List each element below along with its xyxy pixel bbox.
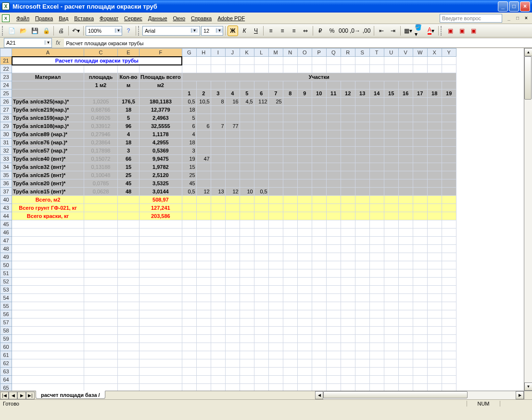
cell[interactable]	[196, 343, 211, 351]
section-cell[interactable]: 25	[268, 98, 283, 106]
section-cell[interactable]	[413, 130, 427, 139]
section-cell[interactable]: 5	[182, 114, 196, 122]
area-cell[interactable]: 0,23864	[84, 139, 118, 147]
cell[interactable]	[268, 368, 283, 376]
cell[interactable]	[442, 253, 456, 261]
cell[interactable]	[384, 343, 398, 351]
cell[interactable]	[12, 351, 84, 359]
cell[interactable]	[196, 253, 211, 261]
cell[interactable]	[254, 302, 268, 310]
row-header-60[interactable]: 60	[0, 343, 12, 351]
cell[interactable]	[427, 237, 442, 245]
cell[interactable]	[84, 204, 118, 212]
col-header-N[interactable]: N	[283, 49, 297, 57]
section-cell[interactable]	[196, 106, 211, 114]
cell[interactable]	[211, 65, 225, 73]
section-cell[interactable]	[225, 179, 240, 188]
menu-window[interactable]: Окно	[170, 14, 189, 22]
qty-cell[interactable]: 45	[118, 179, 139, 188]
toolbar-handle[interactable]	[2, 26, 4, 36]
cell[interactable]	[413, 335, 427, 343]
section-num[interactable]: 13	[355, 89, 369, 98]
cell[interactable]	[442, 237, 456, 245]
cell[interactable]	[254, 327, 268, 335]
qty-cell[interactable]: 48	[118, 188, 139, 196]
cell[interactable]	[355, 294, 369, 302]
section-cell[interactable]: 3	[182, 147, 196, 155]
scroll-left-button[interactable]: ◀	[315, 391, 323, 399]
cell[interactable]	[240, 269, 254, 278]
material-cell[interactable]: Труба эл/св40 (внт)*	[12, 155, 84, 163]
cell[interactable]	[369, 237, 384, 245]
section-cell[interactable]	[355, 98, 369, 106]
cell[interactable]	[254, 212, 268, 220]
cell[interactable]	[427, 57, 442, 65]
cell[interactable]	[283, 327, 297, 335]
cell[interactable]	[240, 245, 254, 253]
section-cell[interactable]	[283, 171, 297, 179]
section-cell[interactable]	[297, 122, 312, 130]
total-cell[interactable]: 9,9475	[139, 155, 182, 163]
section-cell[interactable]: 10,5	[196, 98, 211, 106]
cell[interactable]	[355, 220, 369, 229]
cell[interactable]	[268, 212, 283, 220]
section-cell[interactable]	[225, 114, 240, 122]
qty-cell[interactable]: 3	[118, 147, 139, 155]
cell[interactable]	[225, 278, 240, 286]
total-label[interactable]: Всего грунт ГФ-021, кг	[12, 204, 84, 212]
cell[interactable]	[355, 343, 369, 351]
cell[interactable]	[268, 269, 283, 278]
open-button[interactable]: 📂	[18, 25, 28, 36]
section-cell[interactable]	[297, 130, 312, 139]
col-header-V[interactable]: V	[398, 49, 413, 57]
cell[interactable]	[268, 220, 283, 229]
hdr-total[interactable]: Площадь всего	[139, 73, 182, 81]
cell[interactable]	[12, 286, 84, 294]
cell[interactable]	[84, 229, 118, 237]
cell[interactable]	[355, 359, 369, 368]
cell[interactable]	[312, 294, 326, 302]
cell[interactable]	[398, 294, 413, 302]
cell[interactable]	[84, 269, 118, 278]
section-num[interactable]: 4	[225, 89, 240, 98]
section-cell[interactable]	[326, 114, 341, 122]
section-cell[interactable]: 0,5	[254, 188, 268, 196]
cell[interactable]	[283, 65, 297, 73]
col-header-K[interactable]: K	[240, 49, 254, 57]
cell[interactable]	[297, 335, 312, 343]
cell[interactable]	[254, 351, 268, 359]
cell[interactable]	[196, 294, 211, 302]
tab-last-button[interactable]: ▶|	[26, 392, 35, 399]
cell[interactable]	[240, 253, 254, 261]
cell[interactable]	[139, 261, 182, 269]
cell[interactable]	[118, 196, 139, 204]
cell[interactable]	[442, 196, 456, 204]
section-num[interactable]: 2	[196, 89, 211, 98]
cell[interactable]	[413, 57, 427, 65]
cell[interactable]	[225, 318, 240, 327]
section-cell[interactable]	[369, 130, 384, 139]
cell[interactable]	[118, 343, 139, 351]
cell[interactable]	[196, 261, 211, 269]
menu-adobe[interactable]: Adobe PDF	[215, 14, 248, 22]
cell[interactable]	[398, 359, 413, 368]
row-header-24[interactable]: 24	[0, 81, 12, 89]
cell[interactable]	[118, 376, 139, 384]
section-cell[interactable]	[297, 171, 312, 179]
cell[interactable]	[196, 245, 211, 253]
cell[interactable]	[211, 245, 225, 253]
cell[interactable]	[84, 261, 118, 269]
cell[interactable]	[384, 269, 398, 278]
cell[interactable]	[384, 376, 398, 384]
qty-cell[interactable]: 66	[118, 155, 139, 163]
section-cell[interactable]	[225, 171, 240, 179]
decrease-indent-button[interactable]: ⇤	[376, 25, 387, 36]
cell[interactable]	[225, 196, 240, 204]
cell[interactable]	[312, 261, 326, 269]
qty-cell[interactable]: 4	[118, 130, 139, 139]
cell[interactable]	[84, 351, 118, 359]
area-cell[interactable]: 0,68766	[84, 106, 118, 114]
section-cell[interactable]	[196, 179, 211, 188]
cell[interactable]	[384, 65, 398, 73]
cell[interactable]	[211, 351, 225, 359]
